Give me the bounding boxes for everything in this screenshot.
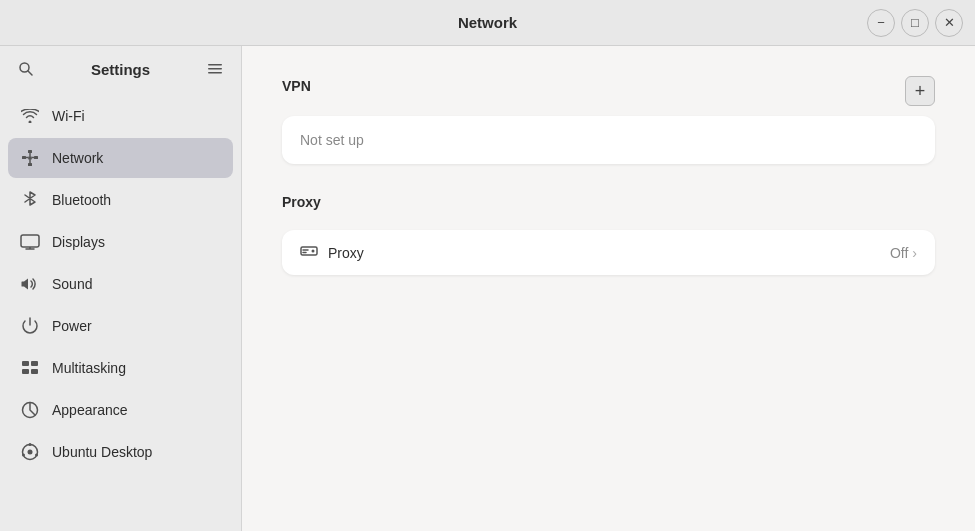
svg-rect-27 bbox=[301, 247, 317, 255]
content-area: VPN + Not set up Proxy bbox=[242, 46, 975, 531]
sidebar-item-appearance[interactable]: Appearance bbox=[8, 390, 233, 430]
proxy-row[interactable]: Proxy Off › bbox=[282, 230, 935, 275]
window-controls: − □ ✕ bbox=[867, 9, 963, 37]
vpn-section-header: VPN + bbox=[282, 76, 935, 106]
multitasking-icon bbox=[20, 358, 40, 378]
hamburger-icon bbox=[207, 61, 223, 77]
sidebar-header: Settings bbox=[0, 46, 241, 92]
proxy-status: Off bbox=[890, 245, 908, 261]
displays-icon bbox=[20, 232, 40, 252]
svg-point-25 bbox=[35, 454, 38, 457]
proxy-card: Proxy Off › bbox=[282, 230, 935, 275]
svg-point-24 bbox=[29, 443, 32, 446]
appearance-icon bbox=[20, 400, 40, 420]
svg-point-30 bbox=[312, 250, 315, 253]
sidebar: Settings bbox=[0, 46, 242, 531]
vpn-add-button[interactable]: + bbox=[905, 76, 935, 106]
svg-rect-17 bbox=[22, 361, 29, 366]
vpn-card: Not set up bbox=[282, 116, 935, 164]
svg-point-9 bbox=[28, 156, 32, 160]
sidebar-item-sound[interactable]: Sound bbox=[8, 264, 233, 304]
svg-point-26 bbox=[22, 454, 25, 457]
proxy-section-header: Proxy bbox=[282, 194, 935, 220]
sidebar-item-power[interactable]: Power bbox=[8, 306, 233, 346]
sidebar-item-sound-label: Sound bbox=[52, 276, 92, 292]
sidebar-item-multitasking[interactable]: Multitasking bbox=[8, 348, 233, 388]
svg-rect-6 bbox=[28, 163, 32, 166]
sidebar-item-bluetooth[interactable]: Bluetooth bbox=[8, 180, 233, 220]
hamburger-button[interactable] bbox=[201, 55, 229, 83]
window-title: Network bbox=[458, 14, 517, 31]
sidebar-item-wifi-label: Wi-Fi bbox=[52, 108, 85, 124]
svg-rect-2 bbox=[208, 64, 222, 66]
maximize-button[interactable]: □ bbox=[901, 9, 929, 37]
minimize-button[interactable]: − bbox=[867, 9, 895, 37]
svg-line-1 bbox=[28, 71, 32, 75]
vpn-section: VPN + Not set up bbox=[282, 76, 935, 164]
sidebar-item-power-label: Power bbox=[52, 318, 92, 334]
wifi-icon bbox=[20, 106, 40, 126]
vpn-empty-text: Not set up bbox=[282, 116, 935, 164]
sidebar-item-displays-label: Displays bbox=[52, 234, 105, 250]
proxy-section: Proxy Proxy Off › bbox=[282, 194, 935, 275]
svg-rect-7 bbox=[22, 156, 26, 159]
svg-rect-3 bbox=[208, 68, 222, 70]
proxy-label: Proxy bbox=[328, 245, 890, 261]
bluetooth-icon bbox=[20, 190, 40, 210]
ubuntu-icon bbox=[20, 442, 40, 462]
search-button[interactable] bbox=[12, 55, 40, 83]
proxy-chevron-icon: › bbox=[912, 245, 917, 261]
sidebar-item-bluetooth-label: Bluetooth bbox=[52, 192, 111, 208]
svg-rect-8 bbox=[34, 156, 38, 159]
power-icon bbox=[20, 316, 40, 336]
sound-icon bbox=[20, 274, 40, 294]
svg-rect-14 bbox=[21, 235, 39, 247]
close-button[interactable]: ✕ bbox=[935, 9, 963, 37]
svg-rect-19 bbox=[22, 369, 29, 374]
svg-rect-20 bbox=[31, 369, 38, 374]
sidebar-nav: Wi-Fi Network bbox=[0, 92, 241, 531]
sidebar-item-network[interactable]: Network bbox=[8, 138, 233, 178]
app-layout: Settings bbox=[0, 46, 975, 531]
svg-point-23 bbox=[28, 450, 33, 455]
svg-rect-18 bbox=[31, 361, 38, 366]
svg-rect-4 bbox=[208, 72, 222, 74]
proxy-icon bbox=[300, 244, 318, 261]
sidebar-item-ubuntu-desktop-label: Ubuntu Desktop bbox=[52, 444, 152, 460]
sidebar-item-ubuntu-desktop[interactable]: Ubuntu Desktop bbox=[8, 432, 233, 472]
svg-rect-5 bbox=[28, 150, 32, 153]
sidebar-item-displays[interactable]: Displays bbox=[8, 222, 233, 262]
sidebar-item-network-label: Network bbox=[52, 150, 103, 166]
titlebar: Network − □ ✕ bbox=[0, 0, 975, 46]
search-icon bbox=[18, 61, 34, 77]
vpn-section-title: VPN bbox=[282, 78, 311, 94]
sidebar-title: Settings bbox=[91, 61, 150, 78]
network-icon bbox=[20, 148, 40, 168]
sidebar-item-multitasking-label: Multitasking bbox=[52, 360, 126, 376]
sidebar-item-appearance-label: Appearance bbox=[52, 402, 128, 418]
sidebar-item-wifi[interactable]: Wi-Fi bbox=[8, 96, 233, 136]
proxy-section-title: Proxy bbox=[282, 194, 321, 210]
